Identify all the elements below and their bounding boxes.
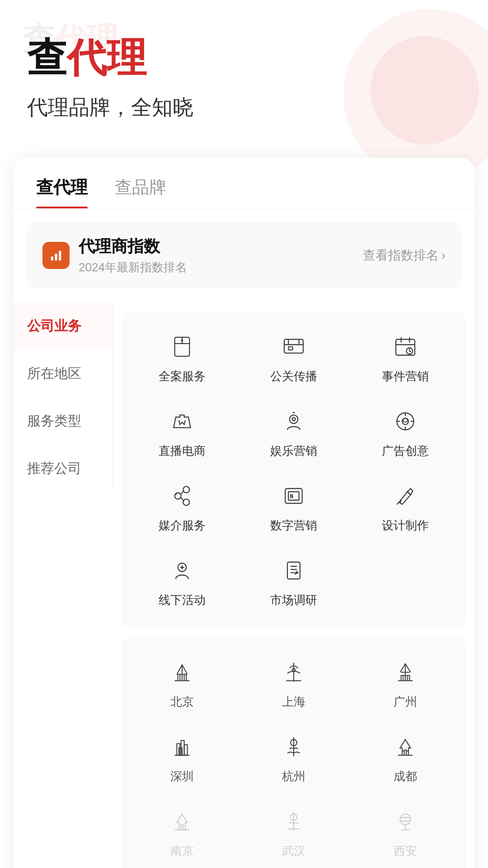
- city7-icon: [167, 806, 197, 837]
- design-icon: [390, 481, 421, 511]
- business-grid: 全案服务 公关传播: [127, 321, 461, 619]
- grid-item-city8[interactable]: 武汉: [238, 795, 350, 868]
- grid-area: 全案服务 公关传播: [113, 302, 474, 868]
- grid-item-city7[interactable]: 南京: [127, 795, 238, 868]
- svg-line-31: [181, 497, 183, 500]
- shenzhen-icon: [167, 731, 197, 762]
- shanghai-icon: [278, 657, 309, 688]
- main-card: 查代理 查品牌 代理商指数 2024年最新指数排名 查看指数排名 ›: [14, 158, 474, 868]
- index-link-label: 查看指数排名: [363, 247, 439, 264]
- svg-rect-0: [51, 256, 53, 260]
- index-banner-left: 代理商指数 2024年最新指数排名: [42, 236, 187, 275]
- beijing-label: 北京: [170, 694, 194, 710]
- index-title: 代理商指数: [79, 236, 187, 258]
- svg-text:N: N: [290, 493, 293, 499]
- grid-item-shanghai[interactable]: 上海: [238, 646, 350, 721]
- beijing-icon: [167, 657, 197, 688]
- grid-item-research[interactable]: 市场调研: [238, 544, 350, 619]
- svg-point-29: [183, 499, 190, 505]
- svg-point-28: [183, 486, 190, 493]
- grid-item-pr[interactable]: 公关传播: [238, 321, 350, 395]
- shenzhen-label: 深圳: [170, 769, 194, 784]
- digital-label: 数字营销: [270, 518, 317, 533]
- hangzhou-icon: [278, 731, 309, 762]
- svg-rect-32: [285, 488, 302, 503]
- index-info: 代理商指数 2024年最新指数排名: [79, 236, 187, 275]
- svg-rect-53: [181, 741, 184, 755]
- city-grid-section: 北京 上海: [122, 637, 465, 868]
- svg-point-19: [290, 415, 298, 424]
- svg-line-35: [397, 502, 399, 505]
- svg-rect-51: [177, 744, 180, 755]
- app-subtitle: 代理品牌，全知晓: [27, 94, 461, 122]
- ad-creative-icon: [390, 406, 421, 437]
- city8-icon: [278, 806, 309, 837]
- svg-rect-2: [59, 251, 61, 260]
- svg-point-6: [181, 339, 183, 341]
- grid-item-chengdu[interactable]: 成都: [349, 721, 461, 795]
- full-service-icon: [167, 331, 197, 362]
- city8-label: 武汉: [282, 843, 305, 859]
- grid-item-design[interactable]: 设计制作: [349, 470, 461, 544]
- index-banner[interactable]: 代理商指数 2024年最新指数排名 查看指数排名 ›: [27, 222, 461, 289]
- index-subtitle: 2024年最新指数排名: [79, 259, 187, 275]
- event-label: 事件营销: [382, 368, 429, 384]
- live-ecom-icon: [167, 406, 197, 437]
- filter-item-region[interactable]: 所在地区: [14, 350, 113, 397]
- grid-item-full-service[interactable]: 全案服务: [127, 321, 238, 395]
- svg-rect-50: [179, 748, 182, 755]
- digital-icon: N: [278, 481, 309, 511]
- grid-item-entertainment[interactable]: 娱乐营销: [238, 395, 350, 470]
- tab-brand[interactable]: 查品牌: [115, 176, 166, 208]
- grid-item-live-ecom[interactable]: 直播电商: [127, 395, 238, 470]
- grid-item-event[interactable]: 事件营销: [349, 321, 461, 395]
- chengdu-label: 成都: [394, 769, 417, 784]
- offline-label: 线下活动: [159, 592, 206, 608]
- city9-label: 西安: [394, 843, 417, 859]
- app-title: 查代理: [27, 36, 461, 80]
- title-black: 查: [27, 35, 67, 80]
- guangzhou-icon: [390, 657, 421, 688]
- filter-item-business[interactable]: 公司业务: [14, 302, 113, 350]
- grid-item-ad-creative[interactable]: 广告创意: [349, 395, 461, 470]
- filter-section: 公司业务 所在地区 服务类型 推荐公司: [14, 302, 474, 868]
- svg-rect-11: [288, 347, 292, 350]
- svg-rect-7: [284, 339, 303, 353]
- business-grid-section: 全案服务 公关传播: [122, 311, 465, 628]
- grid-item-shenzhen[interactable]: 深圳: [127, 721, 238, 795]
- title-red: 代理: [67, 35, 146, 80]
- svg-point-60: [400, 814, 410, 824]
- entertainment-icon: [278, 406, 309, 437]
- tabs-container: 查代理 查品牌: [14, 158, 474, 208]
- grid-item-hangzhou[interactable]: 杭州: [238, 721, 350, 795]
- filter-item-service-type[interactable]: 服务类型: [14, 397, 113, 445]
- index-link[interactable]: 查看指数排名 ›: [363, 247, 446, 264]
- hangzhou-label: 杭州: [282, 769, 305, 784]
- event-icon: [390, 331, 421, 362]
- svg-point-27: [175, 493, 181, 499]
- grid-item-guangzhou[interactable]: 广州: [349, 646, 461, 721]
- grid-item-digital[interactable]: N 数字营销: [238, 470, 350, 544]
- research-icon: [278, 555, 309, 586]
- city9-icon: [390, 806, 421, 837]
- header: 查代理 查代理 代理品牌，全知晓: [0, 0, 488, 140]
- media-label: 媒介服务: [159, 518, 206, 533]
- grid-item-offline[interactable]: 线下活动: [127, 544, 238, 619]
- guangzhou-label: 广州: [394, 694, 417, 710]
- ad-creative-label: 广告创意: [382, 443, 429, 459]
- research-label: 市场调研: [270, 592, 317, 608]
- grid-item-media[interactable]: 媒介服务: [127, 470, 238, 544]
- svg-point-20: [292, 418, 295, 421]
- grid-item-city9[interactable]: 西安: [349, 795, 461, 868]
- city-grid: 北京 上海: [127, 646, 461, 868]
- chengdu-icon: [390, 731, 421, 762]
- media-icon: [167, 481, 197, 511]
- filter-item-recommended[interactable]: 推荐公司: [14, 445, 113, 492]
- design-label: 设计制作: [382, 518, 429, 533]
- svg-rect-1: [55, 254, 57, 260]
- offline-icon: [167, 555, 197, 586]
- pr-icon: [278, 331, 309, 362]
- grid-item-beijing[interactable]: 北京: [127, 646, 238, 721]
- tab-agent[interactable]: 查代理: [36, 176, 88, 208]
- shanghai-label: 上海: [282, 694, 305, 710]
